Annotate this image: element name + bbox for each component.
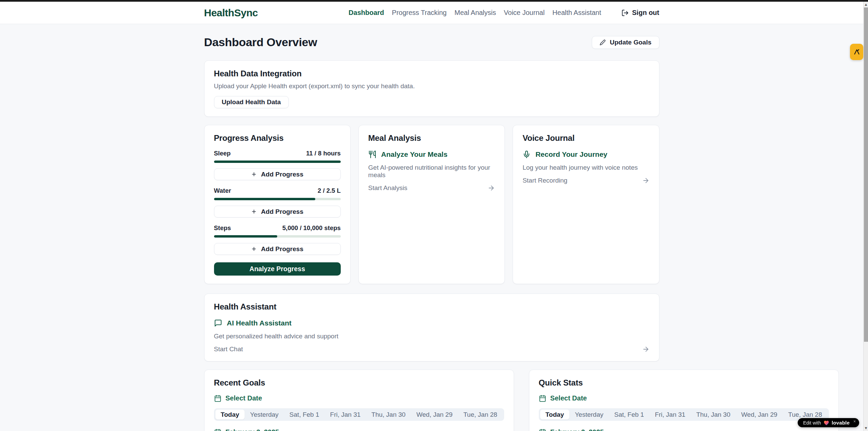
main-nav: Dashboard Progress Tracking Meal Analysi… (349, 9, 659, 17)
recent-goals-current-date[interactable]: February 3, 2025 (214, 428, 504, 431)
progress-analysis-card: Progress Analysis Sleep 11 / 8 hours Add… (204, 125, 351, 284)
voice-description: Log your health journey with voice notes (522, 164, 649, 171)
upload-health-data-button[interactable]: Upload Health Data (214, 96, 289, 108)
ai-health-assistant-label: AI Health Assistant (227, 319, 292, 327)
lovable-logo-icon (853, 48, 861, 56)
recent-goals-date-tabs: Today Yesterday Sat, Feb 1 Fri, Jan 31 T… (214, 408, 504, 421)
microphone-icon (522, 150, 531, 158)
date-tab-sat-feb-1[interactable]: Sat, Feb 1 (284, 410, 325, 419)
meal-analysis-card: Meal Analysis Analyze Your Meals Get AI-… (358, 125, 505, 284)
add-steps-progress-button[interactable]: Add Progress (214, 243, 341, 255)
top-strip (0, 0, 868, 2)
header: HealthSync Dashboard Progress Tracking M… (0, 0, 863, 24)
edit-with-lovable-badge[interactable]: Edit with lovable × (798, 418, 859, 427)
scrollbar-down-arrow[interactable]: ▼ (864, 425, 868, 431)
date-tab-thu-jan-30[interactable]: Thu, Jan 30 (691, 410, 736, 419)
date-tab-today[interactable]: Today (540, 410, 570, 419)
ai-health-assistant-link[interactable]: AI Health Assistant (214, 319, 650, 327)
health-data-integration-card: Health Data Integration Upload your Appl… (204, 60, 659, 117)
vertical-scrollbar[interactable]: ▲ ▼ (863, 0, 868, 431)
analyze-your-meals-link[interactable]: Analyze Your Meals (368, 150, 495, 158)
assistant-description: Get personalized health advice and suppo… (214, 333, 650, 340)
steps-progress-bar (214, 235, 341, 238)
update-goals-button[interactable]: Update Goals (592, 36, 659, 49)
date-tab-today[interactable]: Today (215, 410, 245, 419)
water-value: 2 / 2.5 L (318, 187, 341, 194)
scrollbar-up-arrow[interactable]: ▲ (864, 2, 868, 7)
page-title: Dashboard Overview (204, 36, 317, 49)
sleep-metric: Sleep 11 / 8 hours Add Progress (214, 150, 341, 180)
health-data-description: Upload your Apple Health export (export.… (214, 82, 650, 90)
sign-out-button[interactable]: Sign out (621, 9, 659, 17)
add-sleep-progress-button[interactable]: Add Progress (214, 168, 341, 180)
progress-analysis-title: Progress Analysis (214, 133, 341, 143)
sign-out-label: Sign out (632, 9, 659, 17)
logout-icon (621, 9, 629, 17)
plus-icon (251, 246, 257, 252)
nav-health-assistant[interactable]: Health Assistant (552, 9, 601, 17)
arrow-right-icon (488, 184, 495, 192)
start-chat-link[interactable]: Start Chat (214, 345, 650, 353)
lovable-side-badge[interactable] (850, 44, 863, 60)
nav-meal-analysis[interactable]: Meal Analysis (455, 9, 496, 17)
add-progress-label: Add Progress (261, 171, 303, 178)
water-label: Water (214, 187, 231, 194)
sleep-progress-bar (214, 161, 341, 163)
date-tab-wed-jan-29[interactable]: Wed, Jan 29 (736, 410, 783, 419)
app-logo: HealthSync (204, 7, 258, 19)
date-tab-fri-jan-31[interactable]: Fri, Jan 31 (650, 410, 691, 419)
date-tab-fri-jan-31[interactable]: Fri, Jan 31 (325, 410, 366, 419)
health-assistant-title: Health Assistant (214, 302, 650, 312)
start-recording-label: Start Recording (522, 177, 567, 184)
quick-stats-select-date[interactable]: Select Date (539, 394, 829, 402)
scrollbar-thumb[interactable] (864, 7, 868, 342)
calendar-icon (214, 429, 222, 431)
recent-goals-select-date[interactable]: Select Date (214, 394, 504, 402)
calendar-icon (539, 429, 546, 431)
quick-stats-date-tabs: Today Yesterday Sat, Feb 1 Fri, Jan 31 T… (539, 408, 829, 421)
water-metric: Water 2 / 2.5 L Add Progress (214, 187, 341, 218)
quick-stats-current-date[interactable]: February 3, 2025 (539, 428, 829, 431)
steps-metric: Steps 5,000 / 10,000 steps Add Progress (214, 224, 341, 255)
recent-goals-title: Recent Goals (214, 378, 504, 388)
nav-progress-tracking[interactable]: Progress Tracking (392, 9, 447, 17)
date-tab-wed-jan-29[interactable]: Wed, Jan 29 (411, 410, 458, 419)
utensils-icon (368, 150, 376, 158)
plus-icon (251, 171, 257, 177)
start-analysis-link[interactable]: Start Analysis (368, 184, 495, 192)
date-tab-tue-jan-28[interactable]: Tue, Jan 28 (458, 410, 503, 419)
lovable-heart-icon (823, 420, 829, 426)
add-progress-label: Add Progress (261, 245, 303, 253)
date-tab-thu-jan-30[interactable]: Thu, Jan 30 (366, 410, 411, 419)
steps-label: Steps (214, 224, 231, 232)
select-date-label: Select Date (550, 394, 587, 402)
edit-with-label: Edit with (803, 420, 821, 426)
arrow-right-icon (642, 177, 650, 184)
quick-stats-title: Quick Stats (539, 378, 829, 388)
nav-dashboard[interactable]: Dashboard (349, 9, 384, 17)
record-your-journey-link[interactable]: Record Your Journey (522, 150, 649, 158)
record-your-journey-label: Record Your Journey (535, 150, 607, 158)
sleep-label: Sleep (214, 150, 231, 157)
date-tab-sat-feb-1[interactable]: Sat, Feb 1 (609, 410, 650, 419)
analyze-progress-button[interactable]: Analyze Progress (214, 262, 341, 276)
meal-analysis-title: Meal Analysis (368, 133, 495, 143)
date-tab-yesterday[interactable]: Yesterday (245, 410, 284, 419)
analyze-your-meals-label: Analyze Your Meals (381, 150, 447, 158)
voice-journal-title: Voice Journal (522, 133, 649, 143)
update-goals-label: Update Goals (610, 39, 651, 46)
nav-voice-journal[interactable]: Voice Journal (504, 9, 545, 17)
water-progress-bar (214, 198, 341, 200)
lovable-label: lovable (832, 420, 850, 426)
add-water-progress-button[interactable]: Add Progress (214, 206, 341, 218)
arrow-right-icon (642, 345, 650, 353)
calendar-icon (214, 395, 222, 402)
date-tab-yesterday[interactable]: Yesterday (569, 410, 609, 419)
add-progress-label: Add Progress (261, 208, 303, 215)
start-recording-link[interactable]: Start Recording (522, 177, 649, 184)
current-date-label: February 3, 2025 (550, 428, 604, 431)
health-data-title: Health Data Integration (214, 69, 650, 78)
pencil-icon (600, 39, 606, 45)
close-icon[interactable]: × (853, 419, 856, 424)
voice-journal-card: Voice Journal Record Your Journey Log yo… (513, 125, 659, 284)
